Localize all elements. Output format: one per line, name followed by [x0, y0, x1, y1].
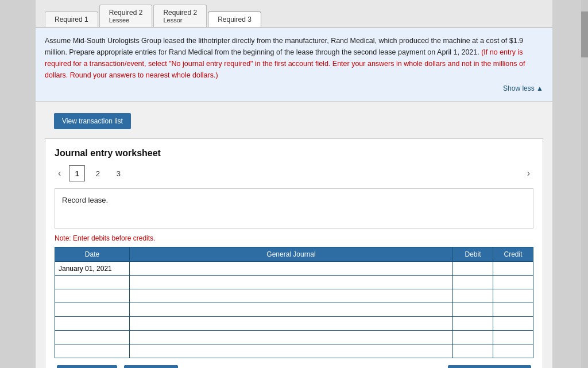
- col-header-journal: General Journal: [130, 247, 453, 262]
- table-row: [55, 289, 533, 303]
- cell-debit[interactable]: [453, 317, 493, 331]
- tab-required2-lessee-label: Required 2: [109, 9, 143, 17]
- tab-required2-lessor-sublabel: Lessor: [163, 17, 197, 24]
- table-row: January 01, 2021: [55, 262, 533, 276]
- tab-required2-lessee-sublabel: Lessee: [109, 17, 143, 24]
- journal-table: Date General Journal Debit Credit Januar…: [55, 247, 533, 358]
- nav-prev-arrow[interactable]: ‹: [55, 167, 64, 180]
- cell-credit[interactable]: [493, 331, 533, 344]
- col-header-credit: Credit: [493, 247, 533, 262]
- cell-date[interactable]: [55, 317, 130, 331]
- cell-date[interactable]: [55, 276, 130, 289]
- bottom-buttons: Record entry Clear entry View general jo…: [55, 365, 533, 368]
- record-lease-box: Record lease.: [55, 188, 533, 228]
- page-btn-2[interactable]: 2: [90, 165, 106, 181]
- cell-credit[interactable]: [493, 262, 533, 276]
- tab-required3[interactable]: Required 3: [208, 11, 261, 27]
- cell-debit[interactable]: [453, 289, 493, 303]
- note-text: Note: Enter debits before credits.: [55, 234, 533, 242]
- scrollbar-thumb[interactable]: [581, 11, 588, 57]
- cell-credit[interactable]: [493, 303, 533, 317]
- description-block: Assume Mid-South Urologists Group leased…: [36, 28, 552, 102]
- tab-required2-lessee[interactable]: Required 2 Lessee: [99, 5, 153, 27]
- tab-required1-label: Required 1: [55, 16, 88, 24]
- tab-required2-lessor-label: Required 2: [163, 9, 197, 17]
- show-less-button[interactable]: Show less ▲: [45, 83, 543, 94]
- cell-debit[interactable]: [453, 262, 493, 276]
- cell-journal[interactable]: [130, 289, 453, 303]
- tab-required3-label: Required 3: [218, 16, 252, 24]
- table-row: [55, 344, 533, 358]
- tabs-container: Required 1 Required 2 Lessee Required 2 …: [36, 0, 552, 28]
- nav-next-arrow[interactable]: ›: [524, 167, 533, 180]
- col-header-date: Date: [55, 247, 130, 262]
- table-row: [55, 303, 533, 317]
- page-navigation: ‹ 1 2 3 ›: [55, 165, 533, 181]
- journal-title: Journal entry worksheet: [55, 148, 533, 158]
- journal-card: Journal entry worksheet ‹ 1 2 3 › Record…: [45, 138, 543, 368]
- cell-debit[interactable]: [453, 344, 493, 358]
- cell-debit[interactable]: [453, 331, 493, 344]
- cell-credit[interactable]: [493, 344, 533, 358]
- scrollbar[interactable]: [581, 0, 588, 368]
- cell-journal[interactable]: [130, 331, 453, 344]
- cell-credit[interactable]: [493, 317, 533, 331]
- cell-credit[interactable]: [493, 276, 533, 289]
- tab-required2-lessor[interactable]: Required 2 Lessor: [153, 5, 207, 27]
- record-lease-text: Record lease.: [62, 196, 108, 204]
- cell-date[interactable]: [55, 344, 130, 358]
- cell-journal[interactable]: [130, 344, 453, 358]
- tab-required1[interactable]: Required 1: [45, 11, 98, 27]
- cell-date[interactable]: [55, 331, 130, 344]
- cell-date[interactable]: [55, 289, 130, 303]
- col-header-debit: Debit: [453, 247, 493, 262]
- view-general-journal-button[interactable]: View general journal: [448, 365, 531, 368]
- page-btn-3[interactable]: 3: [110, 165, 126, 181]
- record-entry-button[interactable]: Record entry: [57, 365, 117, 368]
- cell-credit[interactable]: [493, 289, 533, 303]
- table-row: [55, 331, 533, 344]
- description-main: Assume Mid-South Urologists Group leased…: [45, 37, 523, 56]
- cell-debit[interactable]: [453, 303, 493, 317]
- cell-journal[interactable]: [130, 317, 453, 331]
- cell-journal[interactable]: [130, 262, 453, 276]
- clear-entry-button[interactable]: Clear entry: [124, 365, 179, 368]
- cell-debit[interactable]: [453, 276, 493, 289]
- cell-date[interactable]: [55, 303, 130, 317]
- table-row: [55, 317, 533, 331]
- cell-journal[interactable]: [130, 303, 453, 317]
- table-row: [55, 276, 533, 289]
- page-btn-1[interactable]: 1: [69, 165, 85, 181]
- view-transaction-button[interactable]: View transaction list: [54, 113, 131, 129]
- cell-date[interactable]: January 01, 2021: [55, 262, 130, 276]
- cell-journal[interactable]: [130, 276, 453, 289]
